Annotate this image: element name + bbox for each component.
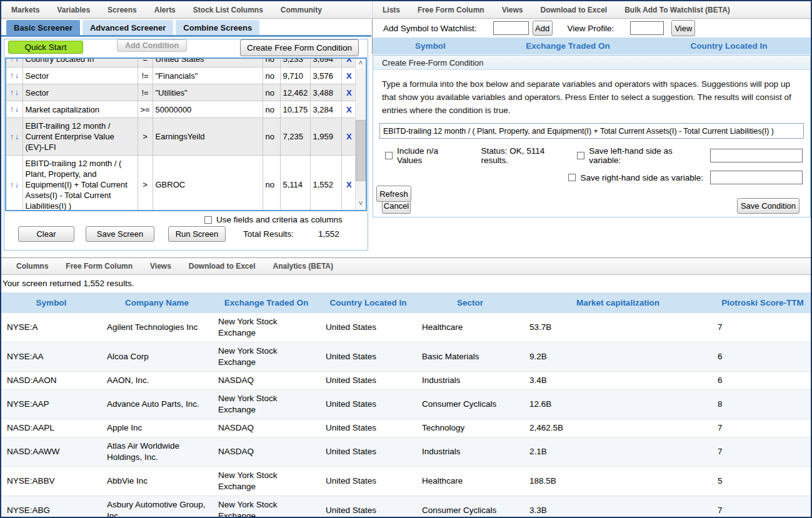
menu-item-stock-list-columns[interactable]: Stock List Columns: [184, 6, 272, 14]
results-col-sector[interactable]: Sector: [416, 292, 524, 313]
delete-condition-button[interactable]: X: [341, 118, 355, 156]
delete-condition-button[interactable]: X: [341, 59, 355, 67]
results-col-symbol[interactable]: Symbol: [1, 292, 101, 313]
condition-value[interactable]: "Financials": [153, 67, 263, 84]
move-down-icon[interactable]: ↓: [14, 132, 19, 141]
delete-condition-button[interactable]: X: [341, 84, 355, 101]
menu-item-free-form-column[interactable]: Free Form Column: [409, 6, 493, 14]
create-free-form-condition-button[interactable]: Create Free Form Condition: [240, 39, 359, 56]
menu-item-views[interactable]: Views: [141, 262, 180, 271]
condition-field[interactable]: Sector: [23, 67, 138, 84]
condition-field[interactable]: Country Located In: [23, 59, 138, 67]
scrollbar-track[interactable]: [356, 69, 366, 199]
condition-value[interactable]: United States: [153, 59, 263, 67]
menu-item-lists[interactable]: Lists: [374, 6, 409, 14]
menu-item-community[interactable]: Community: [272, 6, 331, 14]
view-profile-input[interactable]: [630, 21, 664, 35]
menu-item-columns[interactable]: Columns: [8, 262, 57, 271]
move-up-icon[interactable]: ↑: [9, 71, 14, 80]
watchlist-col-exchange-traded-on[interactable]: Exchange Traded On: [488, 41, 648, 51]
move-up-icon[interactable]: ↑: [9, 59, 14, 63]
condition-field[interactable]: EBITD-trailing 12 month / ( Plant, Prope…: [23, 156, 138, 211]
save-left-input[interactable]: [710, 149, 803, 162]
condition-value[interactable]: "Utilities": [153, 84, 263, 101]
menu-item-markets[interactable]: Markets: [3, 6, 48, 14]
delete-condition-button[interactable]: X: [341, 67, 355, 84]
include-na-checkbox[interactable]: [385, 152, 393, 159]
condition-passing-count: 1,552: [310, 156, 341, 211]
add-symbol-input[interactable]: [493, 21, 529, 35]
menu-item-alerts[interactable]: Alerts: [146, 6, 184, 14]
scroll-down-button[interactable]: ˅: [356, 199, 366, 210]
condition-value[interactable]: 50000000: [153, 101, 263, 118]
menu-item-screens[interactable]: Screens: [99, 6, 146, 14]
quick-start-button[interactable]: Quick Start: [8, 41, 83, 54]
results-col-piotroski-score-ttm[interactable]: Piotroski Score-TTM: [712, 292, 812, 313]
delete-condition-button[interactable]: X: [341, 101, 355, 118]
move-up-icon[interactable]: ↑: [9, 132, 14, 141]
run-screen-button[interactable]: Run Screen: [168, 226, 226, 242]
condition-operator[interactable]: =: [138, 59, 153, 67]
view-profile-button[interactable]: View: [671, 20, 695, 36]
menu-item-free-form-column[interactable]: Free Form Column: [57, 262, 141, 271]
condition-passing-count: 1,959: [310, 118, 341, 156]
result-row[interactable]: NASD:AAPLApple IncNASDAQUnited StatesTec…: [1, 419, 812, 437]
save-right-input[interactable]: [710, 171, 803, 184]
menu-item-download-to-excel[interactable]: Download to Excel: [180, 262, 264, 271]
move-down-icon[interactable]: ↓: [14, 88, 19, 97]
move-down-icon[interactable]: ↓: [14, 59, 19, 63]
menu-item-views[interactable]: Views: [493, 6, 532, 14]
condition-operator[interactable]: >: [138, 118, 153, 156]
menu-item-download-to-excel[interactable]: Download to Excel: [532, 6, 616, 14]
results-col-company-name[interactable]: Company Name: [101, 292, 213, 313]
condition-field[interactable]: Market capitalization: [23, 101, 138, 118]
add-symbol-button[interactable]: Add: [533, 21, 553, 36]
result-row[interactable]: NYSE:AAAlcoa CorpNew York Stock Exchange…: [1, 342, 812, 372]
menu-item-bulk-add-to-watchlist-beta[interactable]: Bulk Add To Watchlist (BETA): [616, 6, 739, 14]
result-row[interactable]: NYSE:ABBVAbbVie IncNew York Stock Exchan…: [1, 467, 812, 496]
use-fields-checkbox[interactable]: [204, 216, 212, 224]
watchlist-col-country-located-in[interactable]: Country Located In: [648, 41, 810, 51]
watchlist-col-symbol[interactable]: Symbol: [373, 41, 488, 51]
save-condition-button[interactable]: Save Condition: [737, 198, 799, 214]
result-row[interactable]: NASD:AAWWAtlas Air Worldwide Holdings, I…: [1, 437, 812, 467]
delete-condition-button[interactable]: X: [341, 156, 355, 211]
save-left-checkbox[interactable]: [577, 152, 584, 159]
condition-value[interactable]: GBROC: [153, 156, 263, 211]
refresh-button[interactable]: Refresh: [376, 186, 411, 202]
save-screen-button[interactable]: Save Screen: [86, 226, 154, 242]
formula-input[interactable]: [379, 123, 804, 139]
scroll-up-button[interactable]: ˄: [356, 59, 366, 69]
menu-item-analytics-beta[interactable]: Analytics (BETA): [264, 262, 342, 271]
conditions-scrollbar[interactable]: ˄ ˅: [355, 59, 366, 210]
save-right-checkbox[interactable]: [568, 174, 576, 181]
results-col-market-capitalization[interactable]: Market capitalization: [524, 292, 712, 313]
move-down-icon[interactable]: ↓: [14, 105, 19, 114]
condition-field[interactable]: EBIT-trailing 12 month / Current Enterpr…: [23, 118, 138, 156]
results-col-country-located-in[interactable]: Country Located In: [320, 292, 416, 313]
tab-basic-screener[interactable]: Basic Screener: [6, 20, 80, 35]
menu-item-variables[interactable]: Variables: [48, 6, 99, 14]
tab-combine-screens[interactable]: Combine Screens: [176, 20, 259, 35]
condition-operator[interactable]: >=: [138, 101, 153, 118]
condition-operator[interactable]: !=: [138, 67, 153, 84]
condition-value[interactable]: EarningsYeild: [153, 118, 263, 156]
result-row[interactable]: NASD:AAONAAON, Inc.NASDAQUnited StatesIn…: [1, 372, 812, 390]
result-row[interactable]: NYSE:ABGAsbury Automotive Group, Inc.New…: [1, 496, 812, 518]
move-down-icon[interactable]: ↓: [14, 71, 19, 80]
add-condition-button[interactable]: Add Condition: [117, 39, 187, 52]
condition-operator[interactable]: >: [138, 156, 153, 211]
move-up-icon[interactable]: ↑: [9, 181, 14, 189]
result-row[interactable]: NYSE:AAPAdvance Auto Parts, Inc.New York…: [1, 390, 812, 419]
results-col-exchange-traded-on[interactable]: Exchange Traded On: [213, 292, 320, 313]
clear-button[interactable]: Clear: [18, 226, 74, 242]
cell-exchange: New York Stock Exchange: [213, 496, 320, 518]
move-up-icon[interactable]: ↑: [9, 88, 14, 97]
condition-field[interactable]: Sector: [23, 84, 138, 101]
move-up-icon[interactable]: ↑: [9, 105, 14, 114]
tab-advanced-screener[interactable]: Advanced Screener: [83, 20, 173, 35]
scrollbar-thumb[interactable]: [356, 120, 366, 181]
result-row[interactable]: NYSE:AAgilent Technologies IncNew York S…: [1, 313, 812, 342]
condition-operator[interactable]: !=: [138, 84, 153, 101]
move-down-icon[interactable]: ↓: [14, 181, 19, 189]
